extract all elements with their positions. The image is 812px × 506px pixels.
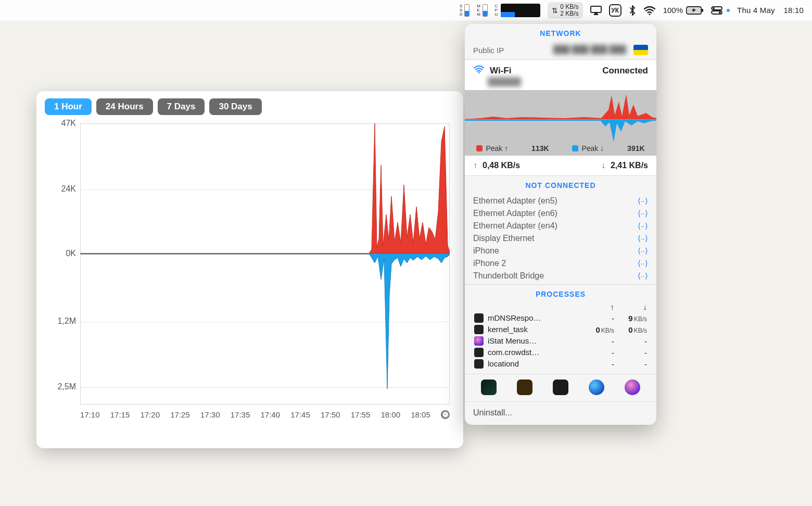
privacy-dot-icon xyxy=(727,9,730,12)
menubar-cpu-meter[interactable]: CPU xyxy=(495,4,541,17)
xlabel: 17:40 xyxy=(261,410,281,419)
xlabel: 17:15 xyxy=(110,410,130,419)
not-connected-list: Ethernet Adapter (en5)⟨··⟩ Ethernet Adap… xyxy=(465,193,656,284)
ylabel-up-mid: 24K xyxy=(45,184,76,194)
app-shortcut-activity-monitor[interactable] xyxy=(481,380,497,395)
process-row[interactable]: locationd - - xyxy=(473,358,648,370)
not-connected-title: NOT CONNECTED xyxy=(465,176,656,193)
panel-mini-graph: Peak ↑ 113K Peak ↓ 391K xyxy=(465,90,656,156)
chart-x-axis: 17:10 17:15 17:20 17:25 17:30 17:35 17:4… xyxy=(80,408,450,421)
col-up-icon: ↑ xyxy=(582,301,615,312)
menubar-bluetooth-icon[interactable] xyxy=(629,5,636,16)
public-ip-label: Public IP xyxy=(473,46,504,55)
peak-up-value: 113K xyxy=(531,144,549,153)
interface-row[interactable]: Thunderbolt Bridge⟨··⟩ xyxy=(465,270,656,282)
public-ip-value: ███.███.███.███ xyxy=(553,45,626,54)
sync-icon: ⟨··⟩ xyxy=(638,259,648,268)
tab-7-days[interactable]: 7 Days xyxy=(158,98,205,115)
up-arrow-icon: ↑ xyxy=(473,161,477,170)
process-row[interactable]: com.crowdst… - - xyxy=(473,347,648,358)
sync-icon: ⟨··⟩ xyxy=(638,246,648,256)
menubar-control-center-icon[interactable] xyxy=(711,6,730,15)
clock-icon[interactable]: 🕘 xyxy=(441,410,450,419)
sync-icon: ⟨··⟩ xyxy=(638,209,648,218)
interface-row[interactable]: iPhone⟨··⟩ xyxy=(465,245,656,257)
tab-1-hour[interactable]: 1 Hour xyxy=(45,98,92,115)
flag-ua-icon xyxy=(633,45,648,55)
process-row[interactable]: iStat Menus… - - xyxy=(473,335,648,347)
peak-down-value: 391K xyxy=(627,144,644,153)
app-shortcut-console[interactable] xyxy=(517,380,532,395)
process-row[interactable]: kernel_task 0KB/s 0KB/s xyxy=(473,324,648,335)
menubar-time: 18:10 xyxy=(783,6,804,15)
ylabel-up-max: 47K xyxy=(45,119,76,128)
peak-down-label: Peak ↓ xyxy=(581,144,604,153)
menubar-mem-meter[interactable]: MEM xyxy=(477,4,487,17)
app-shortcut-terminal[interactable] xyxy=(553,380,568,395)
mem-label: MEM xyxy=(477,4,480,17)
wifi-section[interactable]: Wi-Fi Connected ██████ xyxy=(465,60,656,90)
down-arrow-icon: ↓ xyxy=(601,161,605,170)
menubar-datetime[interactable]: Thu 4 May 18:10 xyxy=(737,6,804,15)
svg-rect-4 xyxy=(702,9,703,12)
battery-icon xyxy=(686,6,704,15)
interface-row[interactable]: iPhone 2⟨··⟩ xyxy=(465,257,656,270)
app-shortcut-network-utility[interactable] xyxy=(589,380,604,395)
app-shortcut-istat[interactable] xyxy=(625,380,640,395)
menubar-wifi-icon[interactable] xyxy=(643,6,656,15)
chart-window: 1 Hour 24 Hours 7 Days 30 Days 47K 24K 0… xyxy=(36,91,463,448)
menubar-battery[interactable]: 100% xyxy=(663,6,704,15)
tab-30-days[interactable]: 30 Days xyxy=(209,98,261,115)
sync-icon: ⟨··⟩ xyxy=(638,221,648,231)
xlabel: 17:25 xyxy=(170,410,190,419)
menubar-net-up: 0 KB/s xyxy=(560,4,578,10)
net-arrows-icon: ⇅ xyxy=(552,7,558,14)
current-speed-row: ↑0,48 KB/s ↓2,41 KB/s xyxy=(465,156,656,175)
ylabel-zero: 0K xyxy=(45,249,76,258)
wifi-icon xyxy=(473,65,485,76)
tab-24-hours[interactable]: 24 Hours xyxy=(96,98,153,115)
chart-plot: 47K 24K 0K 1,2M 2,5M 17:10 17:15 17:20 1… xyxy=(45,119,455,421)
menubar-network-meter[interactable]: ⇅ 0 KB/s 2 KB/s xyxy=(548,2,582,19)
xlabel: 18:05 xyxy=(411,410,430,419)
processes-title: PROCESSES xyxy=(465,285,656,301)
speed-up: 0,48 KB/s xyxy=(483,161,520,170)
menubar-airplay-icon[interactable] xyxy=(590,6,602,15)
xlabel: 17:30 xyxy=(200,410,220,419)
svg-point-2 xyxy=(649,13,650,15)
process-row[interactable]: mDNSRespo… - 9KB/s xyxy=(473,312,648,324)
interface-row[interactable]: Ethernet Adapter (en6)⟨··⟩ xyxy=(465,207,656,220)
sync-icon: ⟨··⟩ xyxy=(638,234,648,243)
sync-icon: ⟨··⟩ xyxy=(638,271,648,281)
chart-svg xyxy=(80,123,450,404)
wifi-ssid: ██████ xyxy=(465,77,656,90)
sync-icon: ⟨··⟩ xyxy=(638,196,648,206)
peak-up-label: Peak ↑ xyxy=(486,144,508,153)
ssd-label: SSD xyxy=(460,4,462,17)
interface-row[interactable]: Ethernet Adapter (en5)⟨··⟩ xyxy=(465,195,656,207)
menubar-net-down: 2 KB/s xyxy=(560,10,578,17)
xlabel: 17:20 xyxy=(141,410,160,419)
menubar-input-source[interactable]: УК xyxy=(609,4,621,17)
xlabel: 17:45 xyxy=(290,410,310,419)
menubar-ssd-meter[interactable]: SSD xyxy=(460,4,470,17)
interface-row[interactable]: Display Ethernet⟨··⟩ xyxy=(465,232,656,245)
xlabel: 17:10 xyxy=(80,410,100,419)
xlabel: 17:50 xyxy=(321,410,340,419)
svg-point-9 xyxy=(719,11,721,14)
col-down-icon: ↓ xyxy=(615,301,648,312)
xlabel: 17:55 xyxy=(351,410,371,419)
xlabel: 17:35 xyxy=(231,410,250,419)
ylabel-down-mid: 1,2M xyxy=(45,317,76,326)
xlabel: 18:00 xyxy=(381,410,401,419)
public-ip-row[interactable]: Public IP ███.███.███.███ xyxy=(465,41,656,59)
processes-table: ↑↓ mDNSRespo… - 9KB/s kernel_task 0KB/s … xyxy=(465,301,656,374)
svg-point-7 xyxy=(713,7,715,9)
interface-row[interactable]: Ethernet Adapter (en4)⟨··⟩ xyxy=(465,220,656,232)
panel-title: NETWORK xyxy=(465,24,656,41)
svg-point-10 xyxy=(478,72,480,73)
wifi-status: Connected xyxy=(602,66,648,76)
menubar-date: Thu 4 May xyxy=(737,6,775,15)
uninstall-link[interactable]: Uninstall... xyxy=(465,401,656,425)
speed-down: 2,41 KB/s xyxy=(611,161,648,170)
